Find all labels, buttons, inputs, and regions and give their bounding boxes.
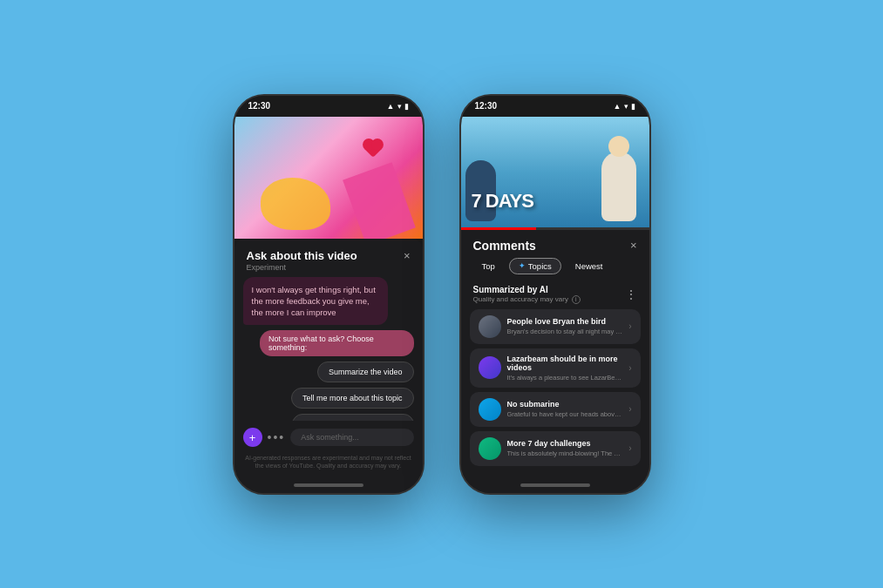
close-button-1[interactable]: × [404,249,411,262]
status-icons-1: ▲ ▾ ▮ [387,102,409,111]
tab-top[interactable]: Top [473,259,504,274]
phone-2: 12:30 ▲ ▾ ▮ 7 DAYS Comments × Top [459,94,651,495]
home-bar-2 [461,477,649,493]
input-row: + ••• Ask something... [234,421,423,454]
plus-button[interactable]: + [243,428,262,447]
info-icon[interactable]: i [572,295,581,304]
topic-preview-0: Bryan's decision to stay all night may h… [507,328,623,335]
topics-plus-icon: ✦ [519,261,526,270]
topic-preview-3: This is absolutely mind-blowing! The 7-d… [507,449,623,457]
topic-text-0: People love Bryan the bird Bryan's decis… [507,317,623,335]
status-bar-1: 12:30 ▲ ▾ ▮ [234,96,423,117]
more-button[interactable]: ⋮ [625,287,637,301]
topic-card-1[interactable]: Lazarbeam should be in more videos It's … [470,348,641,388]
sheet-title-area: Ask about this video Experiment [247,249,357,272]
chevron-icon-3: › [628,443,631,453]
status-bar-2: 12:30 ▲ ▾ ▮ [461,96,649,117]
status-icons-2: ▲ ▾ ▮ [614,102,635,111]
dots-indicator: ••• [268,430,286,444]
battery-icon: ▮ [404,102,409,111]
topic-text-1: Lazarbeam should be in more videos It's … [507,355,623,382]
option-btn-1[interactable]: Tell me more about this topic [291,388,414,409]
home-indicator-1 [294,483,363,487]
avatar-0 [479,315,501,338]
status-time-2: 12:30 [475,101,498,111]
status-time-1: 12:30 [248,101,271,111]
chevron-icon-2: › [628,404,631,414]
topic-preview-2: Grateful to have kept our heads above wa… [507,410,623,418]
topic-preview-1: It's always a pleasure to see LazarBeam … [507,374,623,382]
topic-title-3: More 7 day challenges [507,439,623,448]
ask-bottom-sheet: Ask about this video Experiment × I won'… [234,239,423,493]
topic-card-2[interactable]: No submarine Grateful to have kept our h… [470,392,641,427]
avatar-3 [479,437,501,460]
tab-newest[interactable]: Newest [567,259,612,274]
topic-title-1: Lazarbeam should be in more videos [507,355,623,372]
phones-container: 12:30 ▲ ▾ ▮ Ask about this video Experim… [233,94,651,495]
prompt-label: Not sure what to ask? Choose something: [260,330,413,356]
topics-list: People love Bryan the bird Bryan's decis… [461,309,649,477]
avatar-2 [479,398,501,421]
phone-1: 12:30 ▲ ▾ ▮ Ask about this video Experim… [233,94,425,495]
comments-sheet: Comments × Top ✦ Topics Newest Summarize… [461,230,649,493]
sheet-header-1: Ask about this video Experiment × [234,239,423,277]
video-overlay-text: 7 DAYS [472,190,533,213]
signal-icon-2: ▲ [614,102,621,111]
ai-summary-title: Summarized by AI [473,285,581,294]
comments-title: Comments [473,239,536,253]
topic-title-2: No submarine [507,400,623,409]
person-head [608,136,629,157]
chevron-icon-0: › [628,321,631,331]
topic-title-0: People love Bryan the bird [507,317,623,326]
ai-summary-section: Summarized by AI Quality and accuracy ma… [461,281,649,309]
heart-decoration [364,140,382,158]
sheet-subtitle: Experiment [247,263,357,272]
option-btn-0[interactable]: Summarize the video [317,362,414,382]
topic-card-3[interactable]: More 7 day challenges This is absolutely… [470,431,641,466]
comments-tabs: Top ✦ Topics Newest [461,258,649,281]
avatar-1 [479,356,501,379]
ask-input[interactable]: Ask something... [290,429,413,446]
signal-icon: ▲ [387,102,395,111]
person-silhouette-2 [601,152,636,221]
option-btn-2[interactable]: Recommend related content [292,414,413,421]
topic-text-2: No submarine Grateful to have kept our h… [507,400,623,418]
topic-text-3: More 7 day challenges This is absolutely… [507,439,623,457]
home-indicator-2 [520,483,590,487]
ai-message: I won't always get things right, but the… [243,277,389,326]
battery-icon-2: ▮ [631,102,635,111]
video-thumbnail-1 [234,117,423,239]
wifi-icon-2: ▾ [624,102,628,111]
chat-area: I won't always get things right, but the… [234,277,423,422]
wifi-icon: ▾ [397,102,402,111]
close-button-2[interactable]: × [630,239,637,252]
home-bar-1 [234,477,423,493]
comments-header: Comments × [461,230,649,258]
progress-bar [461,227,649,230]
tab-topics[interactable]: ✦ Topics [509,258,561,274]
ai-summary-sub: Quality and accuracy may vary i [473,295,581,304]
topic-card-0[interactable]: People love Bryan the bird Bryan's decis… [470,309,641,344]
disclaimer-text: AI-generated responses are experimental … [234,454,423,476]
tab-topics-label: Topics [528,261,552,271]
chevron-icon-1: › [628,363,631,373]
sheet-title: Ask about this video [247,249,357,262]
video-thumbnail-2: 7 DAYS [461,117,649,230]
